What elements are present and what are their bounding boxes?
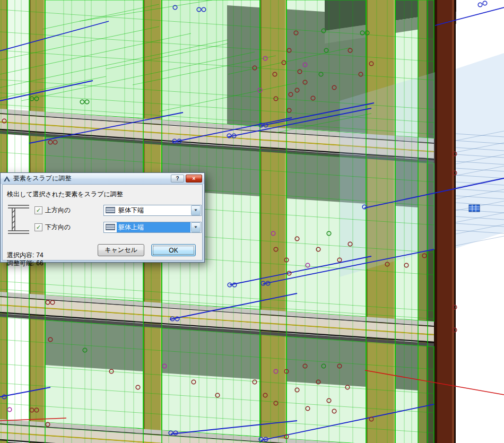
chevron-down-icon: ▼ — [194, 209, 198, 212]
adjust-down-row: ✓ 下方向の 躯体上端 ▼ — [34, 221, 202, 233]
adjust-up-row: ✓ 上方向の 躯体下端 ▼ — [34, 204, 202, 216]
slab-icon — [106, 207, 115, 213]
dialog-body: 検出して選択された要素をスラブに調整 ✓ — [2, 184, 203, 260]
adjust-to-slab-dialog: 要素をスラブに調整 ? × 検出して選択された要素をスラブに調整 — [0, 172, 205, 263]
checkbox-down-label: 下方向の — [45, 223, 86, 232]
maroon-column — [435, 0, 456, 443]
combo-down[interactable]: 躯体上端 ▼ — [103, 222, 202, 233]
slab-icon — [106, 224, 115, 230]
combo-down-arrow[interactable]: ▼ — [191, 222, 201, 232]
checkbox-down[interactable]: ✓ — [34, 223, 42, 231]
checkbox-up[interactable]: ✓ — [34, 206, 42, 214]
help-button[interactable]: ? — [171, 175, 184, 183]
app-window: 要素をスラブに調整 ? × 検出して選択された要素をスラブに調整 — [0, 0, 504, 443]
checkbox-up-label: 上方向の — [45, 206, 86, 215]
grid-handle-icon[interactable] — [469, 205, 480, 212]
dialog-title: 要素をスラブに調整 — [13, 174, 71, 183]
check-icon: ✓ — [36, 224, 41, 230]
combo-up[interactable]: 躯体下端 ▼ — [103, 205, 202, 216]
dialog-description: 検出して選択された要素をスラブに調整 — [7, 190, 123, 199]
combo-up-value: 躯体下端 — [117, 205, 190, 215]
selection-count-label: 選択内容: — [7, 251, 34, 259]
check-icon: ✓ — [36, 207, 41, 213]
adjustable-count-label: 調整可能: — [7, 259, 34, 267]
close-button[interactable]: × — [186, 175, 202, 183]
selection-count-value: 74 — [36, 251, 43, 259]
dialog-titlebar[interactable]: 要素をスラブに調整 ? × — [1, 173, 204, 184]
adjustable-count-value: 66 — [36, 259, 43, 267]
adjustable-count: 調整可能:66 — [7, 259, 44, 268]
chevron-down-icon: ▼ — [194, 225, 198, 229]
ok-button[interactable]: OK — [151, 244, 196, 256]
ibeam-icon — [7, 203, 30, 238]
combo-down-value: 躯体上端 — [117, 222, 190, 232]
cancel-button[interactable]: キャンセル — [98, 244, 144, 256]
dialog-icon — [3, 175, 11, 183]
combo-up-arrow[interactable]: ▼ — [191, 205, 201, 215]
